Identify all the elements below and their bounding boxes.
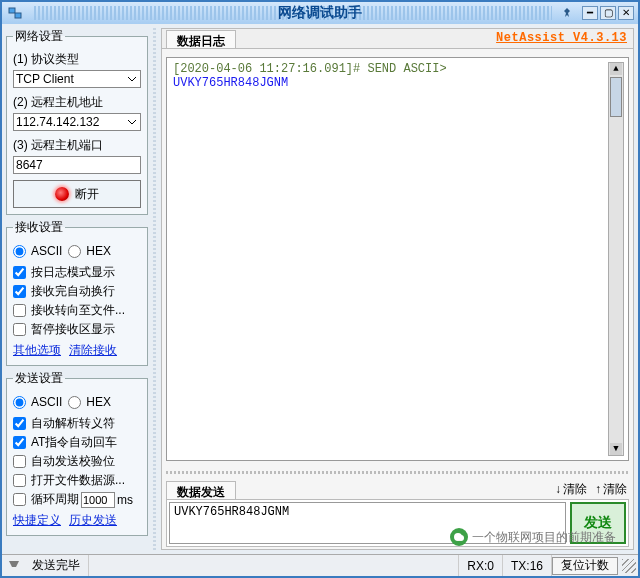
send-history-link[interactable]: 历史发送 [69,512,117,529]
disconnect-button[interactable]: 断开 [13,180,141,208]
log-timestamp: [2020-04-06 11:27:16.091]# SEND ASCII> [173,62,622,76]
brand-label[interactable]: NetAssist V4.3.13 [496,31,627,45]
port-input[interactable] [13,156,141,174]
log-area[interactable]: [2020-04-06 11:27:16.091]# SEND ASCII> U… [166,57,629,461]
recv-autowrap-checkbox[interactable]: 接收完自动换行 [13,283,141,300]
recv-more-link[interactable]: 其他选项 [13,342,61,359]
recv-pause-checkbox[interactable]: 暂停接收区显示 [13,321,141,338]
send-clear-1[interactable]: ↓清除 [555,481,587,498]
protocol-label: (1) 协议类型 [13,51,141,68]
send-ascii-radio[interactable]: ASCII [13,395,62,409]
ready-icon [8,558,20,573]
recv-settings-group: 接收设置 ASCII HEX 按日志模式显示 接收完自动换行 接收转向至文件..… [6,219,148,366]
send-tab[interactable]: 数据发送 [166,481,236,499]
log-data: UVKY765HR848JGNM [173,76,622,90]
resize-grip-icon[interactable] [622,559,636,573]
network-legend: 网络设置 [13,28,65,45]
svg-rect-0 [9,8,15,13]
recv-clear-link[interactable]: 清除接收 [69,342,117,359]
minimize-button[interactable]: ━ [582,6,598,20]
send-hex-radio[interactable]: HEX [68,395,111,409]
status-tx: TX:16 [503,555,552,576]
svg-rect-1 [15,13,21,18]
log-tab[interactable]: 数据日志 [166,30,236,48]
status-rx: RX:0 [459,555,503,576]
titlebar-grip-right [299,6,552,20]
titlebar-grip-left [34,6,287,20]
vertical-splitter[interactable] [153,28,156,550]
send-clear-2[interactable]: ↑清除 [595,481,627,498]
disconnect-label: 断开 [75,186,99,203]
scroll-down-icon[interactable]: ▼ [610,443,622,455]
send-button[interactable]: 发送 [570,502,626,544]
send-shortcut-link[interactable]: 快捷定义 [13,512,61,529]
reset-counter-button[interactable]: 复位计数 [552,557,618,575]
app-icon [6,4,24,22]
maximize-button[interactable]: ▢ [600,6,616,20]
recv-ascii-radio[interactable]: ASCII [13,244,62,258]
horizontal-splitter[interactable] [166,469,629,475]
status-ready: 发送完毕 [24,555,89,576]
scroll-up-icon[interactable]: ▲ [610,63,622,75]
recv-hex-radio[interactable]: HEX [68,244,111,258]
send-escape-checkbox[interactable]: 自动解析转义符 [13,415,141,432]
send-cycle-checkbox[interactable]: 循环周期 ms [13,491,141,508]
port-label: (3) 远程主机端口 [13,137,141,154]
host-label: (2) 远程主机地址 [13,94,141,111]
send-filesrc-checkbox[interactable]: 打开文件数据源... [13,472,141,489]
cycle-input[interactable] [81,492,115,508]
host-input[interactable] [13,113,141,131]
send-settings-group: 发送设置 ASCII HEX 自动解析转义符 AT指令自动回车 自动发送校验位 … [6,370,148,536]
send-legend: 发送设置 [13,370,65,387]
recv-legend: 接收设置 [13,219,65,236]
log-scrollbar[interactable]: ▲ ▼ [608,62,624,456]
send-checksum-checkbox[interactable]: 自动发送校验位 [13,453,141,470]
close-button[interactable]: ✕ [618,6,634,20]
network-settings-group: 网络设置 (1) 协议类型 (2) 远程主机地址 (3) 远程主机端口 断开 [6,28,148,215]
recv-logmode-checkbox[interactable]: 按日志模式显示 [13,264,141,281]
recv-tofile-checkbox[interactable]: 接收转向至文件... [13,302,141,319]
protocol-select[interactable] [13,70,141,88]
pin-icon[interactable] [558,6,576,20]
send-input[interactable] [169,502,566,544]
scroll-thumb[interactable] [610,77,622,117]
status-light-icon [55,187,69,201]
status-spacer [89,555,459,576]
send-atcr-checkbox[interactable]: AT指令自动回车 [13,434,141,451]
